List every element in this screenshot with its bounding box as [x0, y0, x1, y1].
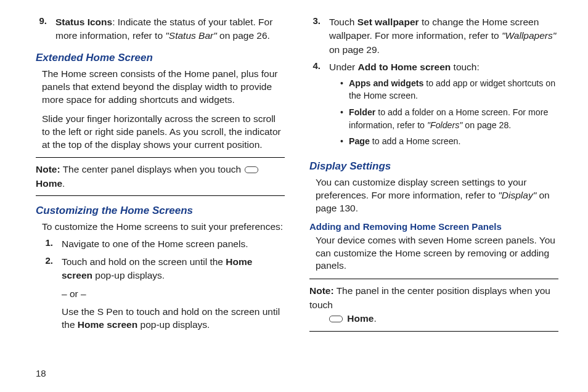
apps-widgets-label: Apps and widgets [349, 78, 423, 88]
note-box: Note: The center panel displays when you… [36, 157, 285, 196]
text: Touch [329, 17, 357, 27]
set-wallpaper-label: Set wallpaper [357, 17, 419, 27]
page-label: Page [349, 136, 370, 146]
paragraph: You can customize display screen setting… [316, 176, 558, 215]
paragraph: The Home screen consists of the Home pan… [42, 68, 285, 107]
home-screen-label: Home screen [78, 319, 137, 330]
home-label: Home [347, 313, 374, 324]
cross-ref-wallpapers[interactable]: "Wallpapers" [502, 30, 556, 41]
bullet-text: Page to add a Home screen. [349, 135, 558, 148]
paragraph: To customize the Home screens to suit yo… [42, 221, 285, 234]
status-icons-label: Status Icons [55, 17, 112, 27]
heading-extended-home-screen: Extended Home Screen [36, 52, 285, 64]
bullet-list: • Apps and widgets to add app or widget … [340, 77, 558, 148]
bullet-dot: • [340, 135, 349, 148]
list-item-9: 9. Status Icons: Indicate the status of … [36, 15, 285, 43]
note-box: Note: The panel in the center position d… [309, 279, 558, 331]
column-left: 9. Status Icons: Indicate the status of … [36, 15, 285, 348]
list-body: Status Icons: Indicate the status of you… [55, 15, 285, 43]
home-button-icon [329, 316, 343, 322]
paragraph: Use the S Pen to touch and hold on the s… [62, 306, 285, 332]
text: Touch and hold on the screen until the [62, 256, 226, 267]
text: to add a Home screen. [370, 136, 460, 146]
paragraph: Slide your finger horizontally across th… [42, 113, 285, 152]
bullet-dot: • [340, 106, 349, 131]
cross-ref-status-bar[interactable]: "Status Bar" [165, 30, 216, 41]
list-number: 3. [309, 15, 329, 57]
cross-ref-folders[interactable]: "Folders" [427, 120, 462, 130]
text: pop-up displays. [92, 270, 165, 280]
heading-customizing-home-screens: Customizing the Home Screens [36, 205, 285, 217]
text: on page 29. [329, 44, 380, 55]
text: The panel in the center position display… [309, 285, 550, 309]
heading-adding-removing-panels: Adding and Removing Home Screen Panels [309, 221, 558, 232]
text: on page 26. [217, 30, 270, 41]
or-separator: – or – [62, 288, 285, 301]
list-body: Under Add to Home screen touch: • Apps a… [329, 60, 558, 151]
bullet-text: Apps and widgets to add app or widget sh… [349, 77, 558, 102]
home-label: Home [36, 178, 62, 189]
list-item-4: 4. Under Add to Home screen touch: • App… [309, 60, 558, 151]
home-button-icon [245, 166, 258, 173]
two-column-layout: 9. Status Icons: Indicate the status of … [36, 15, 558, 348]
page-number: 18 [36, 368, 46, 378]
cross-ref-display[interactable]: "Display" [498, 190, 536, 200]
note-label: Note: [36, 164, 60, 174]
list-number: 9. [36, 15, 55, 43]
column-right: 3. Touch Set wallpaper to change the Hom… [309, 15, 558, 348]
bullet-folder: • Folder to add a folder on a Home scree… [340, 106, 558, 131]
add-to-home-label: Add to Home screen [358, 62, 451, 72]
folder-label: Folder [349, 107, 375, 117]
text: You can customize display screen setting… [316, 177, 526, 200]
text: The center panel displays when you touch [60, 164, 244, 174]
bullet-dot: • [340, 77, 349, 102]
text: on page 28. [462, 120, 511, 130]
list-body: Touch Set wallpaper to change the Home s… [329, 15, 558, 57]
bullet-apps-widgets: • Apps and widgets to add app or widget … [340, 77, 558, 102]
heading-display-settings: Display Settings [309, 160, 558, 173]
list-item-3: 3. Touch Set wallpaper to change the Hom… [309, 15, 558, 57]
list-body: Navigate to one of the Home screen panel… [62, 237, 285, 251]
list-number: 1. [42, 237, 62, 251]
list-body: Touch and hold on the screen until the H… [62, 255, 285, 332]
list-number: 2. [42, 255, 62, 332]
bullet-page: • Page to add a Home screen. [340, 135, 558, 148]
paragraph: Your device comes with seven Home screen… [316, 234, 558, 273]
list-number: 4. [309, 60, 329, 151]
bullet-text: Folder to add a folder on a Home screen.… [349, 106, 558, 131]
text: touch: [451, 62, 480, 72]
list-item-1: 1. Navigate to one of the Home screen pa… [42, 237, 285, 251]
text: Under [329, 62, 358, 72]
note-label: Note: [309, 285, 334, 296]
list-item-2: 2. Touch and hold on the screen until th… [42, 255, 285, 332]
text: pop-up displays. [137, 319, 210, 330]
